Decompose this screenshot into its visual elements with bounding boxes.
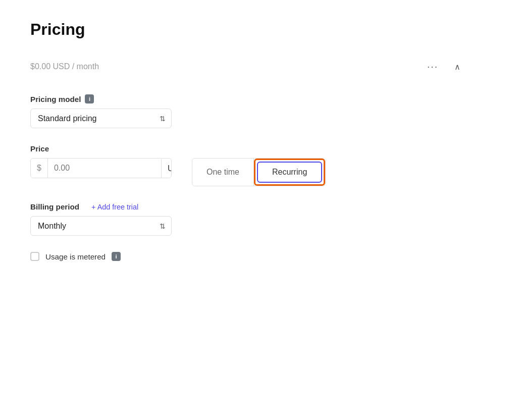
price-header-actions: ··· ∧ [423,59,464,74]
price-row: $ USD EUR GBP CAD ⇅ One time Recurr [30,158,464,186]
billing-period-select-wrapper: Monthly Weekly Daily Annual Every 3 mont… [30,216,172,236]
pricing-model-select[interactable]: Standard pricing Package pricing Graduat… [30,109,172,128]
payment-type-group: One time Recurring [192,158,326,186]
usage-metered-info-icon[interactable]: i [112,252,121,261]
price-header: $0.00 USD / month ··· ∧ [30,59,464,79]
price-display: $0.00 USD / month [30,62,99,71]
recurring-button[interactable]: Recurring [257,162,322,183]
one-time-button[interactable]: One time [192,159,253,186]
pricing-model-section: Pricing model i Standard pricing Package… [30,94,464,128]
pricing-model-info-icon[interactable]: i [85,94,94,103]
billing-period-section: Billing period + Add free trial Monthly … [30,202,464,236]
billing-period-header: Billing period + Add free trial [30,202,464,211]
add-free-trial-button[interactable]: + Add free trial [91,203,138,211]
pricing-model-label: Pricing model i [30,94,464,103]
more-options-button[interactable]: ··· [423,59,442,74]
collapse-button[interactable]: ∧ [450,60,464,74]
currency-symbol: $ [31,159,48,178]
billing-period-label: Billing period [30,202,79,211]
billing-period-select[interactable]: Monthly Weekly Daily Annual Every 3 mont… [30,216,172,236]
pricing-model-label-text: Pricing model [30,95,81,103]
recurring-highlight-box: Recurring [254,159,325,186]
price-amount-input[interactable] [48,159,161,178]
currency-select-wrapper: USD EUR GBP CAD ⇅ [161,159,172,178]
price-label: Price [30,144,464,153]
pricing-model-select-wrapper: Standard pricing Package pricing Graduat… [30,109,172,128]
page-title: Pricing [30,20,464,39]
usage-metered-checkbox[interactable] [30,252,39,261]
currency-select[interactable]: USD EUR GBP CAD [162,159,172,178]
price-section: Price $ USD EUR GBP CAD ⇅ One t [30,144,464,186]
price-input-group: $ USD EUR GBP CAD ⇅ [30,158,172,178]
usage-metered-label: Usage is metered [45,252,106,261]
usage-metered-row: Usage is metered i [30,252,464,261]
price-label-text: Price [30,144,49,153]
